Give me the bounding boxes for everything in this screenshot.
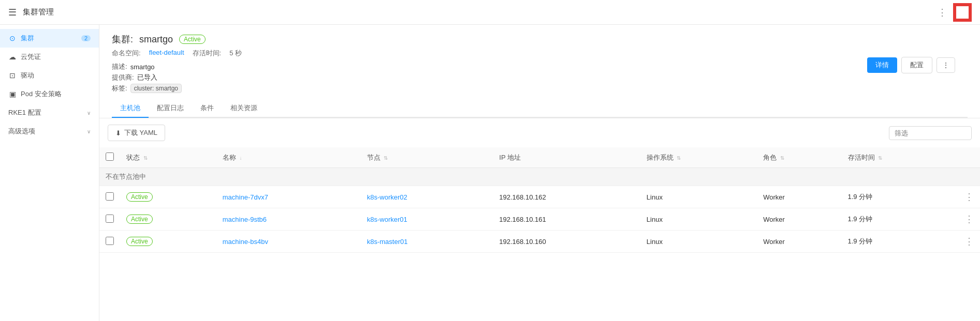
ip-3: 192.168.10.160 <box>499 238 546 246</box>
uptime-1: 1.9 分钟 <box>848 193 873 201</box>
group-label: 不在节点池中 <box>99 168 980 186</box>
topbar-more-icon[interactable]: ⋮ <box>938 7 947 18</box>
tab-condition[interactable]: 条件 <box>192 99 222 118</box>
ip-2: 192.168.10.161 <box>499 216 546 223</box>
col-os[interactable]: 操作系统 ⇅ <box>640 147 757 168</box>
uptime-value: 5 秒 <box>229 49 242 58</box>
table-section: ⬇ 下载 YAML 状态 ⇅ <box>99 118 980 321</box>
cluster-badge: 2 <box>81 35 91 41</box>
col-uptime[interactable]: 存活时间 ⇅ <box>842 147 958 168</box>
credentials-icon: ☁ <box>8 53 17 61</box>
node-3[interactable]: k8s-master01 <box>367 238 408 246</box>
brand-logo <box>953 3 972 22</box>
sidebar-group-rke1[interactable]: RKE1 配置 ∨ <box>0 103 99 122</box>
rke1-label: RKE1 配置 <box>8 108 41 117</box>
table-row: Active machine-7dvx7 k8s-worker02 192.16… <box>99 186 980 208</box>
sidebar-item-driver[interactable]: ⊡ 驱动 <box>0 66 99 85</box>
detail-button[interactable]: 详情 <box>867 57 897 73</box>
uptime-label: 存活时间: <box>193 49 222 58</box>
sidebar: ⊙ 集群 2 ☁ 云凭证 ⊡ 驱动 ▣ Pod 安全策略 RKE1 配置 ∨ 高… <box>0 25 99 321</box>
table-header-row: 状态 ⇅ 名称 ↓ 节点 ⇅ <box>99 147 980 168</box>
config-button[interactable]: 配置 <box>901 57 932 73</box>
topbar-title: 集群管理 <box>23 7 54 17</box>
sidebar-item-label: 集群 <box>21 34 34 43</box>
sidebar-item-pod-security[interactable]: ▣ Pod 安全策略 <box>0 85 99 103</box>
sidebar-item-label: 云凭证 <box>21 52 41 62</box>
tags-label: 标签: <box>112 84 127 93</box>
col-role[interactable]: 角色 ⇅ <box>757 147 841 168</box>
cluster-name: smartgo <box>139 34 173 45</box>
role-1: Worker <box>763 193 785 201</box>
advanced-arrow-icon: ∨ <box>87 129 91 134</box>
desc-label: 描述: <box>112 62 127 71</box>
cluster-tags-row: 标签: cluster: smartgo <box>112 84 968 93</box>
table-toolbar: ⬇ 下载 YAML <box>99 118 980 147</box>
col-name[interactable]: 名称 ↓ <box>216 147 361 168</box>
sort-node-icon: ⇅ <box>384 155 388 161</box>
group-row-not-in-pool: 不在节点池中 <box>99 168 980 186</box>
row-actions-3[interactable]: ⋮ <box>964 236 974 247</box>
menu-icon[interactable]: ☰ <box>8 7 17 18</box>
namespace-label: 命名空间: <box>112 49 141 58</box>
machine-name-1[interactable]: machine-7dvx7 <box>223 193 268 201</box>
tab-related[interactable]: 相关资源 <box>222 99 266 118</box>
cluster-status-badge: Active <box>179 35 206 44</box>
desc-value: smartgo <box>130 63 155 71</box>
row-actions-1[interactable]: ⋮ <box>964 192 974 202</box>
tab-config-log[interactable]: 配置日志 <box>149 99 192 118</box>
cluster-icon: ⊙ <box>8 34 17 42</box>
machine-name-3[interactable]: machine-bs4bv <box>223 238 268 246</box>
col-os-label: 操作系统 <box>647 154 674 161</box>
cluster-title-row: 集群: smartgo Active <box>112 33 968 45</box>
table-row: Active machine-bs4bv k8s-master01 192.16… <box>99 231 980 253</box>
status-badge-1: Active <box>126 192 153 202</box>
download-label: 下载 YAML <box>124 128 157 137</box>
col-node-label: 节点 <box>367 154 381 161</box>
cluster-desc-row: 描述: smartgo <box>112 62 968 71</box>
machines-table: 状态 ⇅ 名称 ↓ 节点 ⇅ <box>99 147 980 253</box>
machine-name-2[interactable]: machine-9stb6 <box>223 216 267 223</box>
driver-icon: ⊡ <box>8 71 17 80</box>
node-2[interactable]: k8s-worker01 <box>367 216 407 223</box>
provider-label: 提供商: <box>112 73 134 82</box>
col-node[interactable]: 节点 ⇅ <box>361 147 493 168</box>
sidebar-group-advanced[interactable]: 高级选项 ∨ <box>0 122 99 141</box>
row-checkbox-1[interactable] <box>106 192 114 201</box>
sort-name-icon: ↓ <box>239 155 242 161</box>
rke1-arrow-icon: ∨ <box>87 110 91 116</box>
sort-role-icon: ⇅ <box>780 155 784 161</box>
col-status-label: 状态 <box>126 154 140 161</box>
sidebar-item-label: Pod 安全策略 <box>21 89 62 99</box>
download-icon: ⬇ <box>115 129 121 137</box>
sidebar-item-label: 驱动 <box>21 71 34 80</box>
cluster-title-prefix: 集群: <box>112 33 133 45</box>
row-checkbox-2[interactable] <box>106 215 114 223</box>
download-yaml-button[interactable]: ⬇ 下载 YAML <box>108 125 165 141</box>
namespace-value[interactable]: fleet-default <box>149 49 184 58</box>
col-role-label: 角色 <box>763 154 777 161</box>
uptime-3: 1.9 分钟 <box>848 237 873 245</box>
header-more-button[interactable]: ⋮ <box>937 57 955 73</box>
os-2: Linux <box>647 216 663 223</box>
col-status[interactable]: 状态 ⇅ <box>120 147 216 168</box>
provider-value: 已导入 <box>137 73 157 82</box>
pod-security-icon: ▣ <box>8 90 17 98</box>
table-row: Active machine-9stb6 k8s-worker01 192.16… <box>99 208 980 231</box>
role-3: Worker <box>763 238 785 246</box>
topbar: ☰ 集群管理 ⋮ <box>0 0 980 25</box>
sidebar-item-cluster[interactable]: ⊙ 集群 2 <box>0 29 99 48</box>
ip-1: 192.168.10.162 <box>499 193 546 201</box>
os-1: Linux <box>647 193 663 201</box>
select-all-checkbox[interactable] <box>106 152 114 161</box>
tab-host-pool[interactable]: 主机池 <box>112 99 149 118</box>
node-1[interactable]: k8s-worker02 <box>367 193 407 201</box>
header-actions: 详情 配置 ⋮ <box>867 57 955 73</box>
sort-uptime-icon: ⇅ <box>878 155 882 161</box>
sidebar-item-credentials[interactable]: ☁ 云凭证 <box>0 48 99 66</box>
row-actions-2[interactable]: ⋮ <box>964 214 974 224</box>
status-badge-3: Active <box>126 237 153 246</box>
row-checkbox-3[interactable] <box>106 237 114 245</box>
filter-input[interactable] <box>889 126 972 140</box>
content-header: 详情 配置 ⋮ 集群: smartgo Active 命名空间: fleet-d… <box>99 25 980 118</box>
col-name-label: 名称 <box>223 154 236 161</box>
